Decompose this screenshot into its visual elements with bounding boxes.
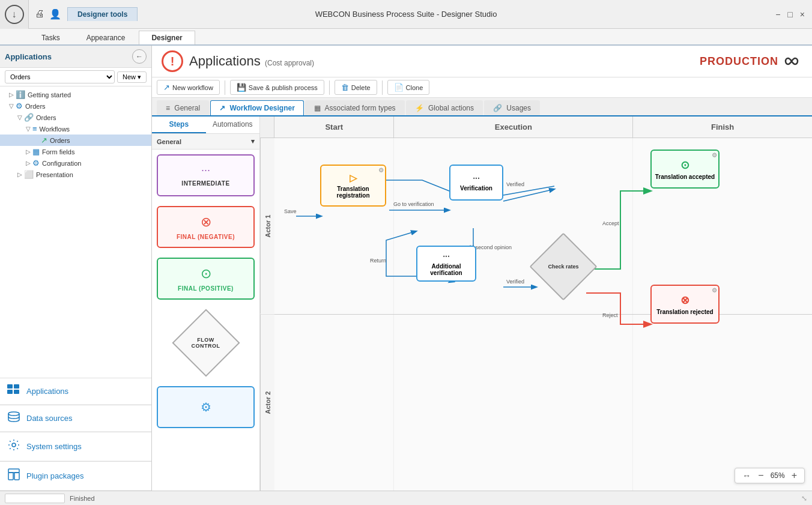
final-positive-label: FINAL (POSITIVE) xyxy=(178,285,234,292)
nav-data-sources[interactable]: Data sources xyxy=(0,405,151,432)
toolbar-separator-2 xyxy=(329,80,330,95)
add-ver-icon: ··· xyxy=(443,252,450,261)
status-input[interactable] xyxy=(5,494,65,503)
tab-usages[interactable]: 🔗 Usages xyxy=(484,100,540,115)
tab-associated-form-types[interactable]: ▦ Associated form types xyxy=(305,100,405,115)
nav-applications[interactable]: Applications xyxy=(0,378,151,405)
tree-item-form-fields[interactable]: ▷ ▦ Form fields xyxy=(0,146,151,157)
canvas-area[interactable]: Start Execution Finish Actor 1 xyxy=(260,116,812,491)
canvas-scroll: Start Execution Finish Actor 1 xyxy=(260,116,812,491)
svg-rect-6 xyxy=(8,473,13,480)
tree-item-orders-child[interactable]: ▽ 🔗 Orders xyxy=(0,112,151,123)
svg-rect-2 xyxy=(7,390,13,394)
step-card-config[interactable]: ⚙ xyxy=(157,386,255,428)
expand-icon: ▽ xyxy=(7,102,16,110)
system-settings-nav-icon xyxy=(7,438,20,455)
close-btn[interactable]: × xyxy=(798,10,807,19)
minimize-btn[interactable]: − xyxy=(773,10,783,19)
tree-item-orders-top[interactable]: ▽ ⚙ Orders xyxy=(0,100,151,112)
tree-item-getting-started[interactable]: ▷ ℹ️ Getting started xyxy=(0,89,151,100)
steps-panel: Steps Automations General ▾ ··· INTERMED… xyxy=(152,116,260,491)
node-verification[interactable]: ··· Verification xyxy=(449,165,503,201)
clone-btn[interactable]: 📄 Clone xyxy=(387,80,430,95)
node-translation-rejected[interactable]: ⚙ ⊗ Translation rejected xyxy=(650,285,720,324)
tree-label: Form fields xyxy=(42,148,149,156)
resize-handle[interactable]: ⤡ xyxy=(801,494,807,503)
lane-label-actor2: Actor 2 xyxy=(260,315,274,491)
nav-system-settings-label: System settings xyxy=(26,442,82,451)
sidebar-controls: Orders New ▾ xyxy=(0,68,151,86)
step-card-flow-control-container[interactable]: FLOW CONTROL xyxy=(152,307,259,379)
step-card-final-negative[interactable]: ⊗ FINAL (NEGATIVE) xyxy=(157,206,255,248)
designer-area: Steps Automations General ▾ ··· INTERMED… xyxy=(152,116,812,491)
canvas-inner: Start Execution Finish Actor 1 xyxy=(260,116,812,491)
lane-cell-exec-actor1 xyxy=(394,138,633,314)
tree-label: Orders xyxy=(25,103,149,110)
node-check-rates-container[interactable]: Check rates xyxy=(539,243,587,291)
print-icon[interactable]: 🖨 xyxy=(35,8,44,20)
step-card-final-positive[interactable]: ⊙ FINAL (POSITIVE) xyxy=(157,258,255,300)
tree-item-configuration[interactable]: ▷ ⚙ Configuration xyxy=(0,157,151,169)
tree-item-orders-workflow[interactable]: ↗ Orders xyxy=(0,135,151,146)
clone-icon: 📄 xyxy=(394,83,404,92)
final-positive-icon: ⊙ xyxy=(201,266,211,282)
tab-global-actions[interactable]: ⚡ Global actions xyxy=(406,100,483,115)
production-badge: PRODUCTION xyxy=(700,54,802,68)
info-icon: ℹ️ xyxy=(16,90,25,99)
col-header-finish: Finish xyxy=(633,116,812,138)
config-step-icon: ⚙ xyxy=(201,400,211,414)
svg-rect-8 xyxy=(8,469,19,473)
node-translation-registration[interactable]: ⚙ ▷ Translationregistration xyxy=(320,165,386,207)
new-workflow-label: New workflow xyxy=(172,84,213,91)
tab-workflow-designer[interactable]: ↗ Workflow Designer xyxy=(210,100,304,115)
general-tab-icon: ≡ xyxy=(166,104,170,112)
zoom-out-btn[interactable]: − xyxy=(756,471,766,480)
sidebar-header: Applications ← xyxy=(0,46,151,68)
step-card-intermediate[interactable]: ··· INTERMEDIATE xyxy=(157,154,255,196)
expand-icon: ▽ xyxy=(16,113,24,122)
tree-label: Orders xyxy=(50,137,149,144)
designer-tools-tab[interactable]: Designer tools xyxy=(67,7,138,21)
link-icon: 🔗 xyxy=(24,113,34,122)
page-header-left: ! Applications (Cost approval) xyxy=(162,50,314,72)
page-title-group: Applications (Cost approval) xyxy=(189,53,314,69)
tab-general[interactable]: ≡ General xyxy=(157,100,209,115)
user-icon[interactable]: 👤 xyxy=(49,8,61,20)
expand-icon: ▽ xyxy=(24,125,32,133)
nav-system-settings[interactable]: System settings xyxy=(0,432,151,461)
intermediate-label: INTERMEDIATE xyxy=(181,180,229,187)
accepted-gear-icon: ⚙ xyxy=(712,152,717,159)
tab-designer[interactable]: Designer xyxy=(139,31,195,44)
steps-tab-steps[interactable]: Steps xyxy=(152,116,206,133)
new-workflow-btn[interactable]: ↗ New workflow xyxy=(157,80,220,95)
rejected-icon: ⊗ xyxy=(680,294,689,307)
fit-to-screen-btn[interactable]: ↔ xyxy=(740,471,753,480)
intermediate-icon: ··· xyxy=(201,164,210,177)
config-icon: ⚙ xyxy=(32,159,40,168)
logo-circle: ↓ xyxy=(5,5,24,24)
content-area: ! Applications (Cost approval) PRODUCTIO… xyxy=(152,46,812,491)
delete-btn[interactable]: 🗑 Delete xyxy=(335,80,377,95)
sidebar-back-btn[interactable]: ← xyxy=(132,49,147,64)
new-button[interactable]: New ▾ xyxy=(117,71,147,83)
app-select[interactable]: Orders xyxy=(5,70,115,83)
tab-bar: ≡ General ↗ Workflow Designer ▦ Associat… xyxy=(152,98,812,116)
tree-item-presentation[interactable]: ▷ ⬜ Presentation xyxy=(0,169,151,180)
nav-applications-label: Applications xyxy=(26,387,68,396)
zoom-in-btn[interactable]: + xyxy=(789,471,799,480)
restore-btn[interactable]: □ xyxy=(785,10,795,19)
tab-tasks[interactable]: Tasks xyxy=(29,31,73,44)
expand-icon xyxy=(32,136,41,145)
new-workflow-icon: ↗ xyxy=(163,83,170,92)
node-additional-verification[interactable]: ··· Additionalverification xyxy=(416,246,476,282)
zoom-controls: ↔ − 65% + xyxy=(735,468,805,483)
steps-tab-automations[interactable]: Automations xyxy=(206,116,260,133)
save-publish-btn[interactable]: 💾 Save & publish process xyxy=(230,80,324,95)
tree-item-workflows[interactable]: ▽ ≡ Workflows xyxy=(0,123,151,135)
nav-plugin-packages[interactable]: Plugin packages xyxy=(0,462,151,491)
steps-category-general[interactable]: General ▾ xyxy=(152,134,259,150)
node-translation-accepted[interactable]: ⚙ ⊙ Translation accepted xyxy=(650,150,720,189)
tab-appearance[interactable]: Appearance xyxy=(74,31,138,44)
lane-row-actor2: Actor 2 xyxy=(260,315,812,491)
tree-label: Configuration xyxy=(42,160,149,167)
